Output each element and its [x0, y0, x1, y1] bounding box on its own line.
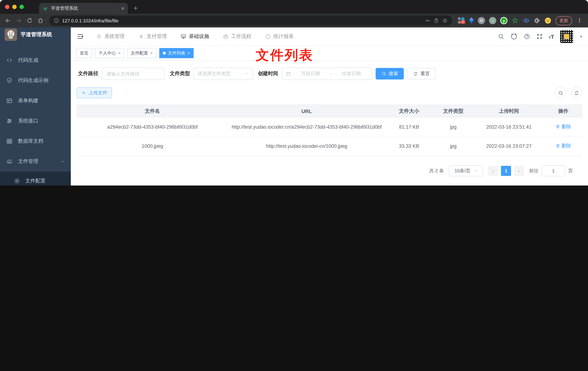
github-icon[interactable]	[510, 33, 517, 40]
green-star-extension-icon[interactable]	[511, 17, 519, 24]
topnav-system[interactable]: 系统管理	[96, 33, 125, 40]
browser-tab[interactable]: 芋道管理系统 ×	[39, 3, 128, 14]
topnav-infrastructure[interactable]: 基础设施	[181, 33, 209, 40]
command-extension-icon[interactable]: ⌘	[478, 17, 485, 24]
topnav-payment[interactable]: ¥ 支付管理	[138, 33, 167, 40]
col-url: URL	[228, 104, 385, 118]
page-1-button[interactable]: 1	[501, 166, 511, 176]
browser-update-button[interactable]: 更新	[556, 16, 572, 25]
tab-title: 芋道管理系统	[51, 5, 118, 11]
refresh-icon	[413, 71, 418, 76]
close-icon[interactable]: ×	[150, 51, 153, 56]
trash-icon	[555, 125, 560, 129]
info-icon[interactable]	[53, 18, 59, 23]
sidebar-item-code-demo[interactable]: 代码生成示例	[0, 70, 71, 91]
tag-home[interactable]: 首页	[76, 48, 92, 58]
minimize-window-button[interactable]	[12, 5, 17, 9]
top-menu: 系统管理 ¥ 支付管理 基础设施 工作流程	[96, 33, 294, 40]
tag-profile[interactable]: 个人中心 ×	[95, 48, 124, 58]
extension-badge-icon[interactable]: 11	[458, 17, 465, 24]
file-type-select[interactable]: 请选择文件类型	[194, 68, 253, 80]
goto-page: 前往 页	[529, 165, 573, 176]
form-icon	[6, 97, 13, 104]
sidebar-item-code-gen[interactable]: 代码生成	[0, 50, 71, 70]
forward-icon[interactable]	[14, 16, 23, 25]
zoom-window-button[interactable]	[20, 5, 24, 9]
cell-type: jpg	[433, 137, 473, 156]
end-date-placeholder[interactable]: 结束日期	[335, 70, 368, 77]
trash-icon	[555, 143, 560, 148]
page-buttons: ‹ 1 ›	[488, 166, 524, 176]
sidebar-logo-row[interactable]: 🐰 芋道管理系统	[0, 28, 71, 41]
url-text[interactable]: 127.0.0.1:1024/infra/file/file	[62, 18, 118, 23]
kite-extension-icon[interactable]	[469, 17, 474, 24]
yen-icon: ¥	[138, 34, 144, 39]
col-size: 文件大小	[385, 104, 433, 118]
back-icon[interactable]	[4, 16, 12, 25]
reload-icon[interactable]	[25, 16, 34, 25]
address-bar[interactable]: 127.0.0.1:1024/infra/file/file	[49, 16, 452, 26]
refresh-table-button[interactable]	[571, 87, 582, 99]
hamburger-icon[interactable]	[71, 33, 89, 40]
tag-file-list[interactable]: 文件列表 ×	[159, 48, 194, 58]
cell-filename: a294ecb2-73dd-4353-bf40-296b8931d0bf	[77, 118, 228, 137]
tab-close-icon[interactable]: ×	[121, 5, 124, 11]
delete-button[interactable]: 删除	[555, 123, 571, 131]
y-extension-icon[interactable]: y	[500, 17, 507, 24]
cloud-download-icon	[6, 158, 13, 165]
file-path-label: 文件路径	[78, 70, 98, 77]
delete-button[interactable]: 删除	[555, 142, 571, 150]
tag-file-config[interactable]: 文件配置 ×	[127, 48, 156, 58]
search-button[interactable]: 搜索	[376, 68, 404, 79]
help-icon[interactable]	[524, 33, 530, 40]
col-type: 文件类型	[433, 104, 473, 118]
next-page-button[interactable]: ›	[514, 166, 524, 176]
table-tools	[555, 87, 582, 99]
key-icon[interactable]	[425, 18, 430, 23]
fullscreen-icon[interactable]	[536, 33, 543, 40]
close-window-button[interactable]	[5, 5, 9, 9]
upload-file-button[interactable]: 上传文件	[77, 87, 112, 98]
date-range-picker[interactable]: 开始日期 - 结束日期	[282, 68, 372, 80]
close-icon[interactable]: ×	[188, 51, 190, 56]
sidebar-item-form-builder[interactable]: 表单构建	[0, 91, 71, 111]
sidebar-item-db-doc[interactable]: 数据库文档	[0, 131, 71, 151]
recorder-extension-icon[interactable]	[489, 17, 496, 24]
monitor-icon	[181, 34, 186, 39]
sliders-icon	[6, 118, 13, 124]
topnav-workflow[interactable]: 工作流程	[223, 33, 251, 40]
emoji-extension-icon[interactable]	[544, 17, 552, 24]
chevron-down-icon[interactable]: ▼	[579, 34, 583, 39]
search-icon[interactable]	[497, 33, 504, 40]
sidebar-item-file-management[interactable]: 文件管理	[0, 151, 71, 172]
puzzle-icon[interactable]	[534, 17, 540, 24]
share-icon[interactable]	[433, 18, 439, 23]
show-search-button[interactable]	[555, 87, 566, 99]
gauge-icon	[265, 34, 271, 39]
screen: 芋道管理系统 × + 127.0.0.1:1024/infra/file/fil…	[0, 0, 588, 186]
sidebar-item-file-config[interactable]: 文件配置	[0, 172, 71, 186]
close-icon[interactable]: ×	[118, 51, 121, 56]
font-size-icon[interactable]: тT	[549, 33, 554, 40]
start-date-placeholder[interactable]: 开始日期	[294, 70, 327, 77]
table-header-row: 文件名 URL 文件大小 文件类型 上传时间 操作	[77, 104, 582, 118]
avatar[interactable]	[560, 30, 573, 43]
browser-menu-icon[interactable]: ⋮	[576, 17, 583, 24]
prev-page-button[interactable]: ‹	[488, 166, 498, 176]
home-icon[interactable]	[36, 16, 45, 25]
file-table: 文件名 URL 文件大小 文件类型 上传时间 操作 a294ecb2-73dd-…	[77, 104, 582, 156]
reset-button[interactable]: 重置	[407, 68, 436, 79]
gear-icon	[96, 34, 102, 39]
red-annotation: 文件列表	[256, 46, 314, 64]
search-icon	[558, 90, 563, 95]
main-area: 文件列表 系统管理 ¥ 支付管理 基础设施	[71, 27, 588, 186]
new-tab-button[interactable]: +	[128, 4, 138, 14]
goto-page-input[interactable]	[541, 165, 565, 176]
file-path-input[interactable]	[102, 68, 165, 80]
sidebar-item-system-api[interactable]: 系统接口	[0, 111, 71, 131]
topnav-reports[interactable]: 统计报表	[265, 33, 294, 40]
page-size-select[interactable]: 10条/页	[449, 165, 483, 176]
chevron-down-icon	[244, 72, 249, 76]
eye-extension-icon[interactable]	[523, 17, 530, 24]
star-icon[interactable]	[442, 18, 448, 23]
